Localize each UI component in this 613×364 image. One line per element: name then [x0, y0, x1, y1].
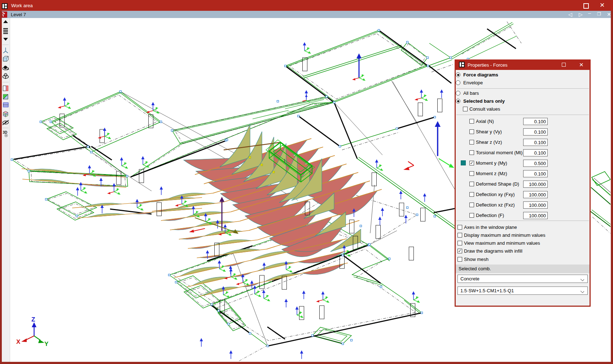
- svg-text:3D: 3D: [3, 130, 8, 134]
- svg-text:Y: Y: [44, 341, 49, 347]
- svg-text:X: X: [16, 338, 21, 345]
- svg-text:Z: Z: [31, 316, 35, 323]
